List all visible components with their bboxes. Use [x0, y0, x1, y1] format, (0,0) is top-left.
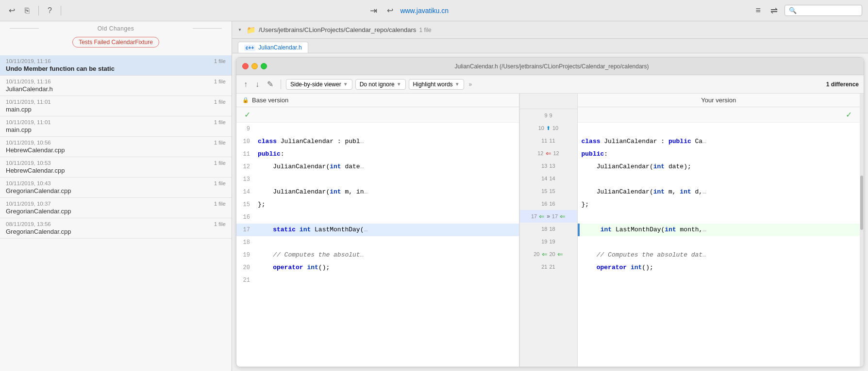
change-meta-4: 10/11/2019, 10:56 1 file — [6, 140, 226, 145]
back-arrow[interactable]: ↩ — [384, 4, 396, 17]
base-line-13: 13 — [236, 173, 519, 186]
file-path-text: /Users/jetbrains/CLionProjects/Calendar_… — [259, 26, 416, 33]
change-item-2[interactable]: 10/11/2019, 11:01 1 file main.cpp — [0, 96, 232, 116]
copy-button[interactable]: ⎘ — [22, 4, 33, 17]
base-code-16 — [254, 211, 519, 224]
change-filecount-3: 1 file — [214, 119, 226, 125]
base-code-19: // Computes the absolut… — [254, 249, 519, 261]
change-title-0: Undo Member function can be static — [6, 65, 226, 72]
top-toolbar: ↩ ⎘ ? ⇥ ↩ www.javatiku.cn ≡ ⇌ 🔍 — [0, 0, 868, 21]
change-file-3: main.cpp — [6, 126, 226, 133]
your-code-area[interactable]: class JulianCalendar : public Ca… public… — [578, 123, 860, 367]
base-linenum-10: 10 — [236, 135, 254, 148]
viewer-select[interactable]: Side-by-side viewer ▼ — [286, 79, 352, 90]
base-code-13 — [254, 173, 519, 186]
help-button[interactable]: ? — [45, 4, 55, 17]
your-line-18 — [578, 236, 860, 249]
folder-icon: 📁 — [247, 26, 256, 34]
change-item-7[interactable]: 10/11/2019, 10:37 1 file GregorianCalend… — [0, 198, 232, 218]
base-linenum-19: 19 — [236, 249, 254, 261]
base-version-panel: 🔒 Base version ✓ 9 — [236, 94, 519, 367]
gutter-row-20: 20 ⇐ 20 ⇐ — [520, 248, 577, 260]
change-meta-6: 10/11/2019, 10:43 1 file — [6, 180, 226, 186]
base-linenum-20: 20 — [236, 261, 254, 274]
base-linenum-12: 12 — [236, 161, 254, 173]
gutter-arrow-12[interactable]: ⇐ — [546, 147, 551, 160]
gutter-expand-17[interactable]: » — [547, 210, 550, 223]
change-item-1[interactable]: 10/11/2019, 11:16 1 file JulianCalendar.… — [0, 76, 232, 96]
site-link[interactable]: www.javatiku.cn — [400, 7, 449, 15]
right-scrollbar[interactable] — [860, 94, 864, 367]
diff-content: 🔒 Base version ✓ 9 — [236, 94, 864, 367]
change-file-7: GregorianCalendar.cpp — [6, 208, 226, 215]
your-checkmark-row: ✓ — [578, 107, 860, 123]
highlight-select[interactable]: Highlight words ▼ — [409, 79, 464, 90]
ignore-select[interactable]: Do not ignore ▼ — [355, 79, 406, 90]
your-line-12: JulianCalendar(int date); — [578, 161, 860, 173]
change-filecount-7: 1 file — [214, 201, 226, 207]
your-code-16 — [578, 211, 860, 224]
base-line-20: 20 operator int(); — [236, 261, 519, 274]
base-code-area[interactable]: 9 10 class JulianCalendar : publ… 11 pub… — [236, 123, 519, 367]
base-linenum-11: 11 — [236, 148, 254, 161]
change-item-0[interactable]: 10/11/2019, 11:16 1 file Undo Member fun… — [0, 55, 232, 76]
next-diff-button[interactable]: ↓ — [253, 79, 262, 90]
expand-icon[interactable]: » — [469, 81, 472, 88]
edit-button[interactable]: ✎ — [265, 78, 276, 90]
change-date-3: 10/11/2019, 11:01 — [6, 119, 51, 125]
your-checkmark: ✓ — [842, 108, 856, 121]
search-icon: 🔍 — [789, 7, 797, 14]
difference-count: 1 difference — [826, 81, 859, 88]
change-meta-5: 10/11/2019, 10:53 1 file — [6, 160, 226, 166]
undo-button[interactable]: ↩ — [6, 4, 18, 17]
prev-diff-button[interactable]: ↑ — [241, 79, 250, 90]
base-line-10: 10 class JulianCalendar : publ… — [236, 135, 519, 148]
search-box[interactable]: 🔍 — [785, 5, 862, 16]
change-date-8: 08/11/2019, 13:56 — [6, 221, 51, 227]
file-path-bar: ▼ 📁 /Users/jetbrains/CLionProjects/Calen… — [232, 21, 868, 39]
expand-arrow[interactable]: ▼ — [238, 28, 242, 32]
change-item-4[interactable]: 10/11/2019, 10:56 1 file HebrewCalendar.… — [0, 137, 232, 157]
your-line-9 — [578, 123, 860, 135]
gutter-row-19: 19 19 — [520, 235, 577, 248]
base-code-14: JulianCalendar(int m, in… — [254, 186, 519, 198]
gutter-row-13: 13 13 — [520, 160, 577, 172]
window-title: JulianCalendar.h (/Users/jetbrains/CLion… — [246, 63, 858, 70]
change-item-5[interactable]: 10/11/2019, 10:53 1 file HebrewCalendar.… — [0, 157, 232, 177]
nav-icon[interactable]: ⇥ — [367, 3, 380, 18]
gutter-row-14: 14 14 — [520, 172, 577, 185]
gutter-arrow-17-left[interactable]: ⇐ — [539, 210, 545, 223]
main-area: Old Changes Tests Failed CalendarFixture… — [0, 21, 868, 371]
your-code-19: // Computes the absolute dat… — [578, 249, 860, 261]
base-code-15: }; — [254, 198, 519, 211]
file-tab-bar: c++ JulianCalendar.h — [232, 39, 868, 53]
base-checkmark-row: ✓ — [236, 107, 519, 123]
align-left-button[interactable]: ≡ — [752, 3, 764, 17]
gutter-arrow-17-right[interactable]: ⇐ — [560, 210, 566, 223]
change-date-7: 10/11/2019, 10:37 — [6, 201, 51, 207]
change-date-6: 10/11/2019, 10:43 — [6, 180, 51, 186]
change-item-3[interactable]: 10/11/2019, 11:01 1 file main.cpp — [0, 116, 232, 137]
change-item-8[interactable]: 08/11/2019, 13:56 1 file GregorianCalend… — [0, 218, 232, 239]
change-meta-1: 10/11/2019, 11:16 1 file — [6, 79, 226, 84]
gutter-arrow-20[interactable]: ⇐ — [542, 248, 548, 260]
viewer-arrow: ▼ — [343, 81, 348, 87]
change-filecount-8: 1 file — [214, 221, 226, 227]
your-code-13 — [578, 173, 860, 186]
your-code-17: int LastMonthDay(int month,… — [582, 224, 860, 236]
gutter-arrow-20-right[interactable]: ⇐ — [557, 248, 563, 260]
file-tab-julian[interactable]: c++ JulianCalendar.h — [238, 42, 308, 53]
base-code-18 — [254, 236, 519, 249]
sidebar-scroll[interactable]: 10/11/2019, 11:16 1 file Undo Member fun… — [0, 55, 232, 371]
change-item-6[interactable]: 10/11/2019, 10:43 1 file GregorianCalend… — [0, 177, 232, 198]
base-linenum-15: 15 — [236, 198, 254, 211]
gutter-rows: 9 9 10 ⬆ 10 11 11 — [520, 109, 577, 273]
change-meta-0: 10/11/2019, 11:16 1 file — [6, 58, 226, 64]
base-line-9: 9 — [236, 123, 519, 135]
align-right-button[interactable]: ⇌ — [768, 3, 781, 18]
change-date-0: 10/11/2019, 11:16 — [6, 58, 51, 64]
your-code-10: class JulianCalendar : public Ca… — [578, 135, 860, 148]
change-meta-7: 10/11/2019, 10:37 1 file — [6, 201, 226, 207]
base-code-10: class JulianCalendar : publ… — [254, 135, 519, 148]
toolbar-divider-2 — [61, 6, 61, 16]
